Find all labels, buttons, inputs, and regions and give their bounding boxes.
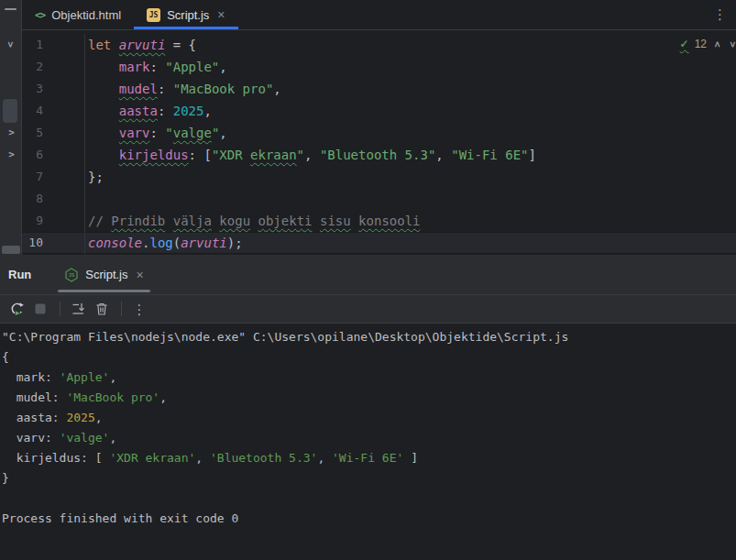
editor-line: 6 kirjeldus: ["XDR ekraan", "Bluetooth 5… [22, 144, 736, 166]
tab-label: Script.js [167, 8, 209, 22]
tab-objektid-html[interactable]: <> Objektid.html [22, 0, 134, 29]
stop-button[interactable] [29, 298, 51, 320]
console-line: mark: 'Apple', [2, 368, 736, 388]
console-line: varv: 'valge', [2, 428, 736, 448]
editor-line: 3 mudel: "MacBook pro", [22, 78, 736, 100]
scroll-to-end-icon [71, 302, 85, 316]
previous-problem-icon[interactable]: > [712, 39, 722, 49]
rerun-icon [9, 302, 25, 317]
left-tool-strip: > > > [0, 0, 22, 255]
console-line: mudel: 'MacBook pro', [2, 388, 736, 408]
run-panel-title: Run [0, 268, 31, 281]
line-number: 8 [22, 188, 85, 210]
run-console-output[interactable]: "C:\Program Files\nodejs\node.exe" C:\Us… [0, 324, 736, 560]
editor-line: 8 [22, 188, 736, 210]
active-tab-indicator [134, 27, 237, 29]
run-tab-label: Script.js [85, 268, 127, 281]
console-line: { [2, 347, 736, 368]
close-icon[interactable]: × [217, 8, 225, 21]
toolbar-separator [60, 302, 60, 316]
line-number: 7 [22, 166, 85, 188]
rerun-button[interactable] [5, 298, 27, 320]
line-number: 1 [22, 34, 85, 56]
line-number: 6 [22, 144, 85, 166]
chevron-right-icon[interactable]: > [6, 127, 16, 137]
clear-all-button[interactable] [91, 298, 113, 320]
javascript-file-icon: JS [147, 8, 160, 22]
typo-check-icon: ✓ [680, 38, 689, 50]
minus-icon[interactable] [5, 8, 16, 10]
line-number: 2 [22, 56, 85, 78]
svg-text:JS: JS [69, 272, 75, 278]
editor-line: 1let arvuti = { [22, 34, 736, 56]
code-editor[interactable]: 1let arvuti = { 2 mark: "Apple", 3 mudel… [22, 30, 736, 255]
line-number: 4 [22, 100, 85, 122]
editor-tab-bar: <> Objektid.html JS Script.js × ⋮ [22, 0, 736, 30]
console-line: } [2, 468, 736, 489]
editor-line: 9// Prindib välja kogu objekti sisu kons… [22, 210, 736, 232]
console-line: kirjeldus: [ 'XDR ekraan', 'Bluetooth 5.… [2, 448, 736, 468]
chevron-right-icon[interactable]: > [6, 149, 16, 159]
console-line: aasta: 2025, [2, 408, 736, 428]
editor-line: 5 varv: "valge", [22, 122, 736, 144]
editor-line: 4 aasta: 2025, [22, 100, 736, 122]
run-tab-script-js[interactable]: JS Script.js × [56, 255, 151, 294]
editor-line: 2 mark: "Apple", [22, 56, 736, 78]
tab-script-js[interactable]: JS Script.js × [134, 0, 237, 29]
inspection-widget[interactable]: ✓ 12 > > [678, 36, 736, 52]
line-number: 3 [22, 78, 85, 100]
console-line: Process finished with exit code 0 [2, 509, 736, 529]
editor-line-current: 10console.log(arvuti); [22, 232, 736, 254]
line-number: 9 [22, 210, 85, 232]
next-problem-icon[interactable]: > [728, 39, 736, 49]
strip-scrollbar-thumb[interactable] [3, 99, 17, 123]
strip-scrollbar-thumb-bottom[interactable] [2, 246, 20, 254]
close-icon[interactable]: × [137, 269, 144, 281]
tab-label: Objektid.html [51, 8, 121, 22]
html-file-icon: <> [35, 9, 45, 21]
kebab-menu-icon[interactable]: ⋮ [704, 6, 736, 23]
console-line [2, 489, 736, 509]
line-number: 10 [22, 232, 85, 254]
nodejs-icon: JS [64, 268, 79, 282]
console-line: "C:\Program Files\nodejs\node.exe" C:\Us… [2, 327, 736, 347]
kebab-menu-icon: ⋮ [133, 302, 147, 316]
run-tool-window-header: Run JS Script.js × [0, 255, 736, 295]
editor-line: 7}; [22, 166, 736, 188]
chevron-down-icon[interactable]: > [5, 39, 16, 49]
scroll-to-end-button[interactable] [67, 298, 89, 320]
stop-icon [33, 302, 48, 316]
more-options-button[interactable]: ⋮ [128, 298, 150, 320]
run-toolbar: ⋮ [0, 295, 736, 324]
selected-run-tab-indicator [58, 290, 149, 292]
inspection-count: 12 [695, 38, 707, 50]
line-number: 5 [22, 122, 85, 144]
trash-icon [94, 302, 109, 316]
toolbar-separator [121, 302, 122, 316]
